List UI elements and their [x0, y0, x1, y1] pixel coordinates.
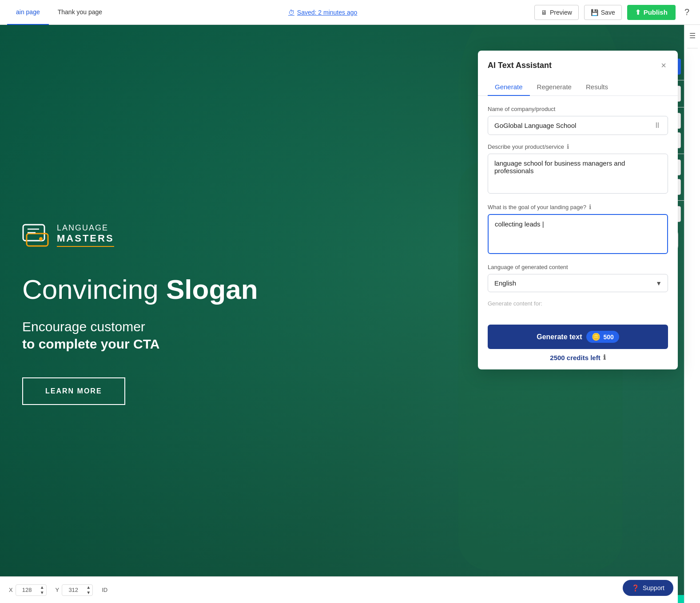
y-up-arrow[interactable]: ▲ [84, 585, 92, 590]
generate-text-button[interactable]: Generate text 🪙 500 [488, 325, 668, 349]
company-field-label: Name of company/product [488, 106, 668, 112]
topbar-center: ⏱ Saved: 2 minutes ago [111, 9, 534, 16]
save-icon: 💾 [591, 9, 598, 16]
cta-button[interactable]: LEARN MORE [22, 377, 125, 405]
product-info-icon[interactable]: ℹ [567, 143, 569, 150]
y-label: Y [56, 587, 60, 593]
publish-label: Publish [644, 8, 668, 16]
y-value[interactable]: 312 [62, 585, 84, 595]
saved-indicator[interactable]: ⏱ Saved: 2 minutes ago [288, 9, 357, 16]
tab-thank-you-label: Thank you page [58, 8, 102, 16]
tab-results-label: Results [586, 83, 608, 91]
modal-tabs: Generate Regenerate Results [478, 79, 678, 96]
subheadline-bold: to complete your CTA [22, 337, 159, 351]
main-area: LANGUAGE MASTERS Convincing Slogan Encou… [0, 25, 700, 603]
bottom-panel: X 128 ▲ ▼ Y 312 ▲ ▼ ID [0, 576, 678, 603]
x-coord-field: X 128 ▲ ▼ [9, 584, 47, 596]
company-input-wrapper: GoGlobal Language School ⏸ [488, 116, 668, 135]
generate-text-label: Generate text [537, 333, 582, 341]
y-coord-field: Y 312 ▲ ▼ [56, 584, 93, 596]
logo-line1: LANGUAGE [57, 223, 114, 233]
credits-badge: 🪙 500 [586, 331, 619, 343]
support-label: Support [643, 584, 664, 591]
tab-main-label: ain page [16, 8, 40, 16]
topbar-right: 🖥 Preview 💾 Save ⬆ Publish ? [534, 5, 693, 20]
language-select[interactable]: English Spanish French German [488, 274, 668, 292]
credits-left: 2500 credits left ℹ [550, 353, 605, 361]
help-icon: ? [684, 7, 689, 17]
modal-title: AI Text Assistant [488, 61, 552, 70]
product-label-text: Describe your product/service [488, 143, 564, 150]
language-field-label: Language of generated content [488, 264, 668, 270]
x-value-wrapper: 128 ▲ ▼ [16, 584, 47, 596]
generate-content-label: Generate content for: [488, 300, 668, 307]
coin-icon: 🪙 [592, 333, 601, 341]
credits-info-icon[interactable]: ℹ [603, 353, 606, 361]
logo-underline [57, 246, 114, 247]
close-icon: × [661, 60, 666, 70]
topbar: ain page Thank you page ⏱ Saved: 2 minut… [0, 0, 700, 25]
saved-text: Saved: 2 minutes ago [297, 9, 357, 16]
logo-text: LANGUAGE MASTERS [57, 223, 114, 247]
logo-line2: MASTERS [57, 233, 114, 244]
question-circle-icon: ❓ [632, 584, 639, 591]
id-label: ID [102, 587, 107, 593]
y-value-wrapper: 312 ▲ ▼ [62, 584, 93, 596]
tab-results[interactable]: Results [579, 79, 615, 96]
sidebar-divider [687, 48, 698, 48]
cta-label: LEARN MORE [45, 387, 102, 395]
ai-modal: AI Text Assistant × Generate Regenerate … [478, 51, 678, 369]
tab-regenerate[interactable]: Regenerate [530, 79, 579, 96]
tab-regenerate-label: Regenerate [537, 83, 572, 91]
right-sidebar: ☰ [684, 25, 700, 603]
publish-button[interactable]: ⬆ Publish [627, 5, 676, 20]
company-input[interactable]: GoGlobal Language School [494, 122, 653, 129]
modal-footer: Generate text 🪙 500 2500 credits left ℹ [478, 318, 678, 369]
upload-icon: ⬆ [635, 8, 641, 16]
goal-textarea[interactable]: collecting leads | [488, 214, 668, 254]
svg-point-6 [39, 237, 43, 241]
generate-content-text: Generate content for: [488, 300, 542, 307]
x-down-arrow[interactable]: ▼ [38, 590, 46, 595]
preview-button[interactable]: 🖥 Preview [534, 5, 579, 20]
tab-generate[interactable]: Generate [488, 79, 530, 96]
monitor-icon: 🖥 [541, 9, 547, 16]
subheadline-normal: Encourage customer [22, 319, 145, 334]
tab-thank-you[interactable]: Thank you page [49, 0, 111, 25]
support-button[interactable]: ❓ Support [623, 580, 673, 596]
tab-main[interactable]: ain page [7, 0, 49, 25]
y-arrows: ▲ ▼ [84, 585, 92, 595]
headline-normal: Convincing [22, 274, 166, 305]
headline-bold: Slogan [166, 274, 258, 305]
save-label: Save [601, 9, 615, 16]
product-textarea[interactable]: language school for business managers an… [488, 154, 668, 194]
sidebar-grid-icon[interactable]: ☰ [686, 29, 699, 42]
microphone-icon[interactable]: ⏸ [653, 121, 661, 130]
credits-left-text: 2500 credits left [550, 354, 600, 361]
x-arrows: ▲ ▼ [38, 585, 46, 595]
y-down-arrow[interactable]: ▼ [84, 590, 92, 595]
clock-icon: ⏱ [288, 9, 294, 16]
modal-header: AI Text Assistant × [478, 51, 678, 72]
language-label-text: Language of generated content [488, 264, 568, 270]
preview-label: Preview [550, 9, 572, 16]
credits-amount: 500 [603, 333, 613, 341]
help-button[interactable]: ? [681, 5, 693, 19]
tab-generate-label: Generate [495, 83, 523, 91]
product-field-label: Describe your product/service ℹ [488, 143, 668, 150]
goal-label-text: What is the goal of your landing page? [488, 204, 586, 210]
goal-info-icon[interactable]: ℹ [589, 203, 591, 210]
topbar-tabs: ain page Thank you page [7, 0, 111, 25]
modal-body: Name of company/product GoGlobal Languag… [478, 96, 678, 318]
x-value[interactable]: 128 [16, 585, 38, 595]
save-button[interactable]: 💾 Save [584, 5, 622, 20]
language-select-wrapper: English Spanish French German ▼ [488, 274, 668, 292]
company-label-text: Name of company/product [488, 106, 555, 112]
goal-field-label: What is the goal of your landing page? ℹ [488, 203, 668, 210]
logo-icon [22, 223, 51, 248]
x-up-arrow[interactable]: ▲ [38, 585, 46, 590]
x-label: X [9, 587, 13, 593]
modal-close-button[interactable]: × [659, 59, 668, 72]
